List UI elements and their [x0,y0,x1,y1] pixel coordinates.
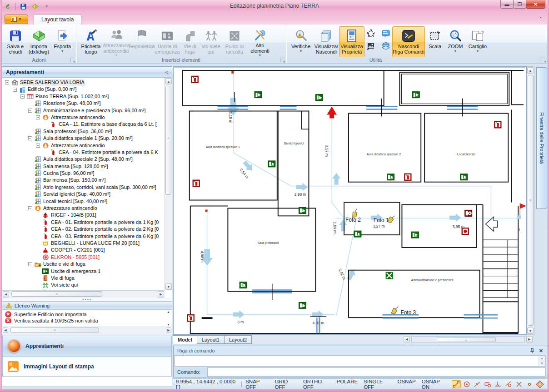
tree-item[interactable]: −Attrezzature antincendio [2,205,165,212]
tree-item[interactable]: −Attrezzature antincendio [2,142,165,149]
tree-expander[interactable]: − [13,88,17,92]
verifiche-button[interactable]: Verifiche ▼ [288,26,314,57]
toggle-polare[interactable]: POLARE [336,379,358,390]
canvas-horizontal-scrollbar[interactable]: ◀ ≡ ▶ [411,336,525,343]
tree-expander[interactable]: − [28,109,32,113]
salva-e-chiudi-button[interactable]: Salva e chiudi [4,26,27,57]
warning-item[interactable]: ✕Verifica scattata il 10/05/25 non valid… [2,318,172,323]
osnap-tangent-icon[interactable] [504,380,513,388]
tree-item[interactable]: Servizi igienici [Sup. 40,00 m²] [2,191,165,198]
attrezzatura-antincendio-button[interactable]: Attrezzatura antincendio ▼ [104,26,129,57]
tree-item[interactable]: Aula didattica speciale 2 [Sup. 48,00 m²… [2,156,165,163]
osnap-endpoint-icon[interactable] [452,380,461,388]
tab-model[interactable]: Model [173,335,197,344]
command-history-scrollbar[interactable]: ▲▼ [539,356,545,366]
osnap-node-icon[interactable] [483,380,492,388]
punto-di-raccolta-button[interactable]: Punto di raccolta [222,26,247,57]
scroll-right-icon[interactable]: ▶ [526,336,533,342]
command-history[interactable]: ▲▼ [175,355,546,367]
dialog-launcher-icon[interactable] [70,58,75,62]
toggle-ortho-off[interactable]: ORTHO OFF [303,379,331,390]
tree-item[interactable]: −Attrezzature antincendio [2,114,165,121]
toggle-snap-off[interactable]: SNAP OFF [245,379,269,390]
tree-vertical-scrollbar[interactable]: ▲ ≡ ▼ [165,78,172,290]
tree-expander[interactable]: − [5,80,9,84]
tree-item[interactable]: CEA - 02. Estintore portatile a polvere … [2,226,165,233]
tree-expander[interactable]: − [28,206,32,210]
tree-item[interactable]: Uscite di emergenza 1 [2,268,165,275]
scrollbar-thumb[interactable]: ≡ [11,291,102,297]
warning-horizontal-scrollbar[interactable]: ◀ ≡ ▶ [2,327,172,333]
tree-item[interactable]: Sala mensa [Sup. 128,00 m²] [2,163,165,170]
scroll-down-icon[interactable]: ▼ [165,283,172,290]
scroll-up-icon[interactable]: ▲ [527,67,534,74]
tree-item[interactable]: Bar mensa [Sup. 150,00 m²] [2,177,165,184]
canvas-vertical-scrollbar[interactable]: ▲ ≡ ▼ [527,66,534,335]
tab-layout2[interactable]: Layout2 [224,335,252,344]
uscite-emergenza-button[interactable]: Uscite di emergenza [155,26,180,57]
tree-item[interactable]: −Aula didattica speciale 1 [Sup. 20,00 m… [2,135,165,142]
importa-button[interactable]: Importa (dxf/dwg) [27,26,51,57]
warning-item[interactable]: ✕Superficie Edificio non impostata [2,310,172,318]
osnap-intersection-icon[interactable] [514,380,524,388]
tree-item[interactable]: BEGHELLI - LUNGA LUCE FM 20 [001] [2,240,165,247]
tree-item[interactable]: Cucina [Sup. 96,00 m²] [2,170,165,177]
image-capture-button[interactable] [365,40,376,51]
altri-elementi-button[interactable]: Altri elementi ▼ [247,26,273,57]
tree-item[interactable]: −Amministrazione e presidenza [Sup. 96,0… [2,107,165,114]
scrollbar-thumb[interactable]: ≡ [10,327,99,332]
scroll-left-icon[interactable]: ◀ [3,291,9,298]
tree-item[interactable]: −SEDE SALERNO VIA LORIA [2,79,165,86]
tree-item[interactable]: CEA - 11. Estintore a base d'acqua da 6 … [2,121,165,128]
scrollbar-thumb[interactable]: ≡ [437,337,496,342]
osnap-perpendicular-icon[interactable] [494,380,503,388]
scrollbar-thumb[interactable]: ≡ [165,86,171,195]
scala-button[interactable]: Scala [425,26,445,57]
tree-item[interactable]: Sala professori [Sup. 36,00 m²] [2,128,165,135]
properties-window-tab[interactable]: Finestra delle Proprietà [536,67,547,209]
nav-apprestamenti-button[interactable]: Apprestamenti [2,336,172,356]
visualizza-nascondi-button[interactable]: Visualizza/ Nascondi [314,26,339,57]
osnap-nearest-icon[interactable] [473,380,482,388]
polygon-select-button[interactable] [365,28,376,39]
close-button[interactable]: ✕ [526,0,545,9]
application-menu-button[interactable]: ▼ [5,15,28,24]
collapse-ribbon-icon[interactable]: ⌃ [539,16,543,21]
scrollbar-thumb[interactable]: ≡ [528,75,534,326]
command-input[interactable] [207,367,546,377]
etichetta-luogo-button[interactable]: Etichetta luogo [78,26,104,57]
tree-item[interactable]: Voi siete qui [2,282,165,288]
tab-layout1[interactable]: Layout1 [197,335,225,344]
scroll-up-icon[interactable]: ▲ [165,78,172,84]
tree-item[interactable]: ELKRON - 5955 [001] [2,254,165,261]
tree-item[interactable]: CEA - 01. Estintore portatile a polvere … [2,219,165,226]
tree-expander[interactable]: − [36,144,40,148]
tree-item[interactable]: CEA - 04. Estintore portatile a polvere … [2,149,165,156]
tree-expander[interactable]: − [28,136,32,140]
osnap-point-icon[interactable] [525,380,534,388]
tree-item[interactable]: −Piano TERRA [Sup. 1.002,00 m²] [2,93,165,100]
scroll-right-icon[interactable]: ▶ [166,327,171,333]
pin-icon[interactable] [530,348,534,354]
tab-layout-tavola[interactable]: Layout tavola [34,14,81,25]
tree-item[interactable]: Locali tecnici [Sup. 40,00 m²] [2,198,165,205]
tree-expander[interactable]: − [20,94,25,99]
cartiglio-button[interactable]: Cartiglio ▼ [466,26,489,57]
scroll-right-icon[interactable]: ▶ [158,291,164,298]
tree-item[interactable]: RIGEF - 104/B [001] [2,212,165,218]
warning-header[interactable]: Elenco Warning [2,301,172,310]
tree-item[interactable]: Vie di fuga [2,275,165,282]
tree-horizontal-scrollbar[interactable]: ◀ ≡ ▶ [2,290,165,298]
segnaletica-button[interactable]: Segnaletica [129,26,155,57]
tree-item[interactable]: COOPER - CX201 [001] [2,247,165,253]
layer-stack-button[interactable] [380,40,391,51]
close-icon[interactable]: ✕ [539,348,543,354]
tree-item[interactable]: CEA - 03. Estintore portatile a polvere … [2,233,165,240]
voi-siete-qui-button[interactable]: Voi siete qui [200,26,222,57]
dialog-launcher-icon[interactable] [541,58,545,62]
panel-splitter[interactable]: ▪▪▪▪ [2,298,172,301]
minimize-button[interactable]: ▬ [500,0,514,9]
tree-item[interactable]: Atrio ingresso, corridoi, vani scala [Su… [2,184,165,191]
visualizza-proprieta-button[interactable]: Visualizza Proprietà [339,26,364,57]
drawing-canvas[interactable]: Aula didattica speciale 1Servizi igienic… [173,66,527,335]
